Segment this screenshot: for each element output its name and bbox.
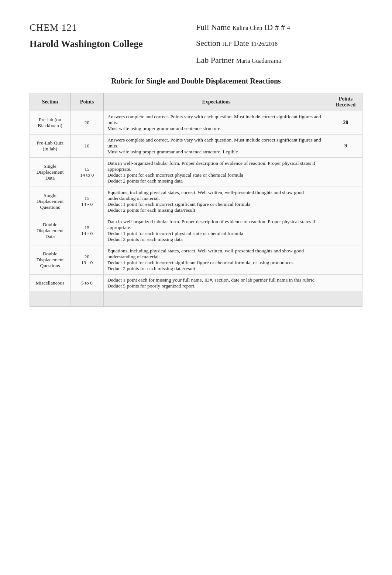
row-expectations: Answers complete and correct. Points var… bbox=[104, 111, 329, 134]
table-row: Miscellaneous5 to 0Deduct 1 point each f… bbox=[30, 274, 362, 292]
section-line: Section JLP Date 11/26/2018 bbox=[196, 38, 362, 49]
section-label: Section bbox=[196, 38, 220, 48]
id-value: 4 bbox=[287, 25, 290, 31]
row-expectations: Data in well-organized tabular form. Pro… bbox=[104, 216, 329, 245]
lab-partner-value: Maria Guadarrama bbox=[236, 58, 281, 64]
table-row: Double Displacement Questions2019 - 0Equ… bbox=[30, 245, 362, 274]
row-received: 9 bbox=[329, 134, 362, 157]
row-received bbox=[329, 274, 362, 292]
row-section: Double Displacement Questions bbox=[30, 245, 71, 274]
col-header-points: Points bbox=[71, 93, 104, 111]
full-name-line: Full Name Kalina Chen ID # # 4 bbox=[196, 22, 362, 33]
row-received: 20 bbox=[329, 111, 362, 134]
row-section bbox=[30, 292, 71, 306]
row-expectations: Data in well-organized tabular form. Pro… bbox=[104, 157, 329, 187]
row-section: Miscellaneous bbox=[30, 274, 71, 292]
row-section: Double Displacement Data bbox=[30, 216, 71, 245]
row-points: 1514 - 0 bbox=[71, 187, 104, 216]
row-expectations: Equations, including physical states, co… bbox=[104, 187, 329, 216]
row-points: 1514 to 0 bbox=[71, 157, 104, 187]
col-header-section: Section bbox=[30, 93, 71, 111]
lab-partner-label: Lab Partner bbox=[196, 55, 234, 65]
table-row: Single Displacement Data1514 to 0Data in… bbox=[30, 157, 362, 187]
section-value: JLP bbox=[223, 41, 232, 47]
row-points bbox=[71, 292, 104, 306]
header: CHEM 121 Harold Washington College Full … bbox=[30, 22, 362, 66]
row-received bbox=[329, 187, 362, 216]
table-row: Single Displacement Questions1514 - 0Equ… bbox=[30, 187, 362, 216]
table-row: Double Displacement Data1514 - 0Data in … bbox=[30, 216, 362, 245]
row-received bbox=[329, 157, 362, 187]
col-header-expectations: Expectations bbox=[104, 93, 329, 111]
row-points: 1514 - 0 bbox=[71, 216, 104, 245]
row-section: Pre-lab (on Blackboard) bbox=[30, 111, 71, 134]
row-expectations: Answers complete and correct. Points var… bbox=[104, 134, 329, 157]
col-header-received: PointsReceived bbox=[329, 93, 362, 111]
row-section: Pre-Lab Quiz (in lab) bbox=[30, 134, 71, 157]
table-header-row: Section Points Expectations PointsReceiv… bbox=[30, 93, 362, 111]
row-points: 20 bbox=[71, 111, 104, 134]
table-row: Pre-lab (on Blackboard)20Answers complet… bbox=[30, 111, 362, 134]
college-name: Harold Washington College bbox=[30, 38, 196, 50]
rubric-table: Section Points Expectations PointsReceiv… bbox=[30, 93, 362, 307]
row-points: 10 bbox=[71, 134, 104, 157]
page-title: Rubric for Single and Double Displacemen… bbox=[30, 77, 362, 85]
full-name-value: Kalina Chen bbox=[233, 25, 262, 31]
id-label: ID # # bbox=[264, 23, 287, 32]
table-row: Pre-Lab Quiz (in lab)10Answers complete … bbox=[30, 134, 362, 157]
date-label: Date bbox=[234, 38, 251, 48]
row-expectations bbox=[104, 292, 329, 306]
table-row bbox=[30, 292, 362, 306]
row-received bbox=[329, 245, 362, 274]
row-received bbox=[329, 216, 362, 245]
row-section: Single Displacement Data bbox=[30, 157, 71, 187]
course-title: CHEM 121 bbox=[30, 22, 196, 33]
header-left: CHEM 121 Harold Washington College bbox=[30, 22, 196, 66]
full-name-label: Full Name bbox=[196, 23, 231, 32]
header-right: Full Name Kalina Chen ID # # 4 Section J… bbox=[196, 22, 362, 66]
lab-partner-line: Lab Partner Maria Guadarrama bbox=[196, 55, 362, 66]
row-received bbox=[329, 292, 362, 306]
row-points: 5 to 0 bbox=[71, 274, 104, 292]
row-expectations: Equations, including physical states, co… bbox=[104, 245, 329, 274]
row-section: Single Displacement Questions bbox=[30, 187, 71, 216]
row-expectations: Deduct 1 point each for missing your ful… bbox=[104, 274, 329, 292]
date-value: 11/26/2018 bbox=[251, 41, 278, 47]
row-points: 2019 - 0 bbox=[71, 245, 104, 274]
